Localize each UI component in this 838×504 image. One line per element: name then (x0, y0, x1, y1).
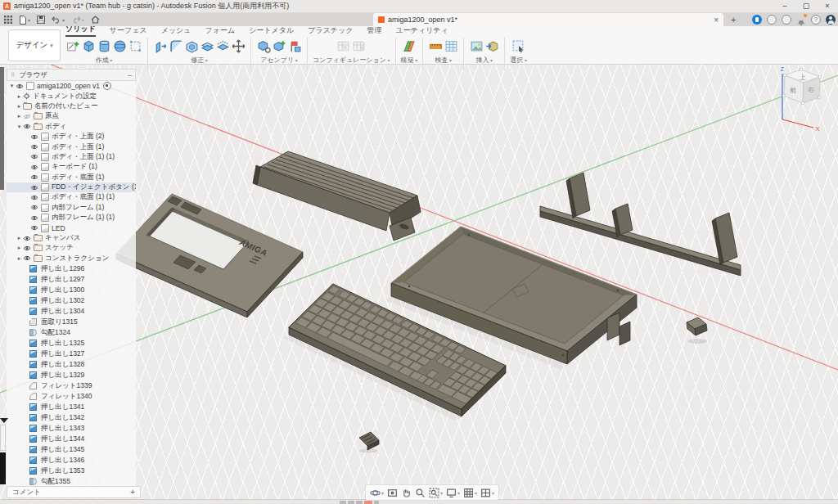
eye-icon[interactable] (30, 154, 41, 160)
shell-icon[interactable] (184, 38, 199, 53)
primitive-box-icon[interactable] (128, 38, 142, 53)
eye-icon[interactable] (30, 134, 41, 140)
screencast-icon[interactable] (782, 15, 791, 25)
chevron-right-icon[interactable]: ▸ (16, 113, 23, 119)
eye-icon[interactable] (30, 185, 41, 191)
eye-icon[interactable] (16, 83, 26, 89)
eye-icon[interactable] (23, 236, 34, 241)
move-icon[interactable] (231, 38, 246, 53)
display-settings-icon[interactable]: ▾ (446, 488, 460, 498)
fillet-icon[interactable] (169, 38, 183, 53)
fit-icon[interactable]: ▾ (429, 488, 443, 498)
tab-utilities[interactable]: ユーティリティ (396, 25, 448, 37)
browser-tree-row[interactable]: ボディ・上面 (1) (1) (7, 152, 136, 162)
view-cube[interactable]: Z X 上 前 右 (781, 66, 822, 132)
document-tab-close-icon[interactable]: × (714, 16, 719, 25)
orbit-icon[interactable]: ▾ (370, 488, 384, 498)
timeline-feature-mark[interactable] (374, 501, 379, 504)
revolve-icon[interactable] (97, 38, 111, 53)
chevron-down-icon[interactable]: ▾ (16, 124, 23, 130)
construct-plane-icon[interactable] (402, 38, 417, 53)
file-menu-icon[interactable]: ▾ (19, 16, 30, 25)
notifications-bell-icon[interactable] (796, 15, 806, 25)
group-label-inspect[interactable]: 検査 (435, 56, 452, 65)
group-label-select[interactable]: 選択 (510, 56, 527, 65)
feature-row[interactable]: 押し出し1300 (7, 285, 136, 295)
insert-mesh-icon[interactable] (484, 38, 499, 53)
comments-bar[interactable]: コメント + (7, 486, 141, 498)
eye-icon[interactable] (30, 164, 41, 170)
feature-row[interactable]: 押し出し1325 (7, 338, 136, 349)
help-icon[interactable]: ? (811, 15, 821, 25)
tab-form[interactable]: フォーム (205, 25, 236, 37)
browser-tree-row[interactable]: ▸名前の付いたビュー (7, 101, 136, 111)
new-tab-button[interactable]: + (731, 13, 736, 26)
feature-row[interactable]: 押し出し1344 (7, 434, 136, 444)
eye-icon[interactable] (30, 205, 41, 210)
insert-image-icon[interactable] (469, 38, 484, 53)
eye-icon[interactable] (23, 124, 34, 129)
grid-settings-icon[interactable]: ▾ (463, 488, 477, 498)
feature-row[interactable]: 押し出し1343 (7, 423, 136, 434)
part-rear-cover[interactable] (253, 151, 421, 241)
eye-icon[interactable] (30, 144, 41, 150)
browser-tree-row[interactable]: キーボード (1) (7, 162, 136, 172)
browser-tree-row[interactable]: ▸原点 (7, 111, 136, 121)
drag-grip-icon[interactable]: ⠿ (11, 72, 16, 79)
chevron-right-icon[interactable]: ▸ (16, 103, 23, 110)
apps-grid-icon[interactable] (4, 16, 12, 24)
new-component-icon[interactable] (256, 38, 271, 53)
chevron-right-icon[interactable]: ▸ (16, 255, 23, 262)
look-at-icon[interactable] (387, 488, 398, 498)
viewports-icon[interactable]: ▾ (480, 488, 494, 498)
feature-row[interactable]: 押し出し1341 (7, 402, 136, 412)
browser-tree-row[interactable]: 内部フレーム (1) (1) (7, 213, 136, 223)
group-label-configuration[interactable]: コンフィギュレーション (313, 56, 390, 65)
feature-row[interactable]: 勾配1324 (7, 327, 136, 338)
feature-row[interactable]: 押し出し1329 (7, 370, 136, 380)
group-label-construct[interactable]: 構築 (401, 56, 418, 65)
joint-icon[interactable] (272, 38, 286, 53)
chevron-right-icon[interactable]: ▸ (16, 235, 23, 241)
tab-plastic[interactable]: プラスチック (308, 25, 353, 37)
part-eject-button[interactable] (687, 317, 707, 335)
chevron-right-icon[interactable]: ▸ (16, 93, 23, 100)
tab-mesh[interactable]: メッシュ (161, 25, 191, 37)
feature-row[interactable]: 押し出し1327 (7, 349, 136, 359)
browser-tree-row[interactable]: ▸スケッチ (7, 243, 136, 253)
minimize-button[interactable]: – (774, 0, 795, 12)
job-status-icon[interactable] (752, 15, 762, 25)
browser-header[interactable]: ⠿ ブラウザ – (7, 69, 136, 81)
browser-tree-row[interactable]: LED (7, 223, 136, 232)
combine-icon[interactable] (200, 38, 214, 53)
feature-row[interactable]: 押し出し1328 (7, 359, 136, 370)
eye-icon[interactable] (23, 114, 34, 119)
browser-tree-row[interactable]: ▾ボディ (7, 122, 136, 132)
tab-sheetmetal[interactable]: シートメタル (249, 25, 294, 37)
browser-tree-row[interactable]: ▸ドキュメントの設定 (7, 91, 136, 101)
part-inner-frame[interactable] (540, 173, 741, 276)
add-comment-button[interactable]: + (130, 488, 135, 497)
undo-icon[interactable]: ▾ (52, 16, 65, 24)
feature-row[interactable]: フィレット1339 (7, 380, 136, 391)
timeline-feature-mark[interactable] (340, 501, 346, 504)
browser-tree-row[interactable]: ボディ・上面 (2) (7, 132, 136, 142)
sphere-icon[interactable] (112, 38, 127, 53)
chevron-down-icon[interactable]: ▾ (8, 83, 16, 89)
part-top-case[interactable]: AMIGA (116, 194, 303, 317)
browser-tree-row[interactable]: ▸コンストラクション (7, 254, 136, 263)
timeline-feature-mark[interactable] (348, 501, 354, 504)
feature-row[interactable]: 押し出し1296 (7, 263, 136, 274)
feature-row[interactable]: 押し出し1302 (7, 295, 136, 306)
feature-row[interactable]: フィレット1340 (7, 391, 136, 402)
tab-manage[interactable]: 管理 (367, 25, 382, 37)
browser-tree-row[interactable]: ▾amiga1200_open v1 (7, 81, 136, 91)
measure-icon[interactable] (428, 38, 443, 53)
eye-icon[interactable] (30, 174, 41, 180)
eye-icon[interactable] (30, 225, 41, 231)
pan-icon[interactable] (401, 488, 412, 498)
press-pull-icon[interactable] (153, 38, 168, 53)
feature-row[interactable]: 押し出し1345 (7, 444, 136, 455)
select-icon[interactable] (511, 38, 526, 53)
browser-tree-row[interactable]: ボディ・底面 (1) (7, 173, 136, 182)
